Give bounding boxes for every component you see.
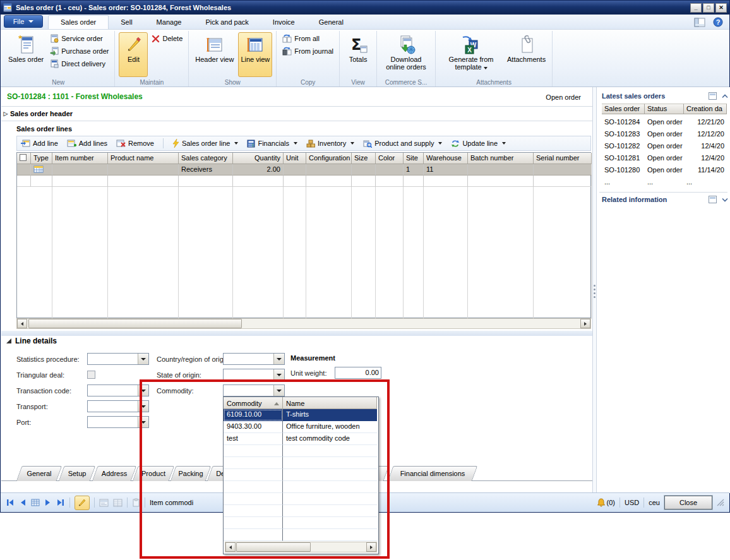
grid-column-header[interactable]: Sales category (179, 153, 233, 164)
line-view-button[interactable]: Line view (238, 32, 272, 77)
tab-manage[interactable]: Manage (145, 15, 194, 29)
lookup-cell[interactable]: test (224, 433, 283, 445)
update-line-menu[interactable]: Update line (451, 140, 506, 148)
tab-address[interactable]: Address (95, 466, 134, 481)
inventory-menu[interactable]: Inventory (306, 140, 354, 148)
service-order-button[interactable]: Service order (48, 33, 111, 44)
tab-setup[interactable]: Setup (61, 466, 93, 481)
purchase-order-button[interactable]: Purchase order (48, 45, 111, 57)
transaction-code-combo[interactable] (87, 384, 149, 396)
lookup-cell[interactable]: 6109.10.00 (224, 409, 283, 421)
lookup-column-header[interactable]: Commodity (224, 397, 283, 409)
lookup-row[interactable]: 6109.10.00T-shirts (224, 409, 378, 421)
dropdown-button[interactable] (138, 354, 148, 364)
grid-cell[interactable] (31, 164, 52, 176)
port-input[interactable] (88, 417, 138, 427)
grid-row-select-cell[interactable] (17, 164, 31, 176)
lookup-cell[interactable]: 9403.30.00 (224, 421, 283, 433)
tab-packing[interactable]: Packing (173, 466, 208, 481)
grid-select-all-cell[interactable] (17, 153, 31, 164)
transport-input[interactable] (88, 401, 138, 412)
grid-row-empty[interactable] (17, 176, 590, 187)
open-in-window-icon[interactable] (709, 92, 717, 100)
triangular-deal-checkbox[interactable] (87, 371, 95, 379)
split-view-button[interactable] (113, 499, 123, 507)
dropdown-button[interactable] (138, 385, 148, 396)
dropdown-button[interactable] (138, 401, 148, 412)
form-view-button[interactable] (99, 499, 109, 507)
grid-horizontal-scrollbar[interactable] (16, 318, 591, 329)
currency-indicator[interactable]: USD (625, 499, 639, 506)
tab-product[interactable]: Product (135, 466, 172, 481)
grid-column-header[interactable]: Site (404, 153, 424, 164)
grid-column-header[interactable]: Unit (284, 153, 306, 164)
grid-column-header[interactable]: Quantity (233, 153, 284, 164)
grid-row[interactable]: Receivers2.00111 (17, 164, 590, 176)
grid-view-button[interactable] (31, 499, 40, 506)
grid-cell[interactable]: 1 (404, 164, 424, 176)
statistics-procedure-combo[interactable] (87, 353, 149, 365)
grid-cell[interactable] (376, 164, 404, 176)
maximize-button[interactable]: □ (703, 3, 714, 13)
transaction-code-input[interactable] (88, 385, 138, 396)
previous-record-button[interactable] (19, 499, 27, 506)
last-record-button[interactable] (56, 499, 65, 506)
lookup-column-header[interactable]: Name (283, 397, 377, 409)
sales-order-header-section[interactable]: ▷ Sales order header (1, 107, 592, 120)
generate-from-template-button[interactable]: WX Generate from template (440, 32, 503, 77)
grid-column-header[interactable]: Size (352, 153, 376, 164)
first-record-button[interactable] (6, 499, 15, 506)
dropdown-button[interactable] (273, 385, 284, 396)
remove-button[interactable]: Remove (116, 140, 154, 147)
minimize-button[interactable]: _ (690, 3, 702, 13)
direct-delivery-button[interactable]: Direct delivery (48, 58, 111, 69)
paste-icon[interactable] (132, 498, 140, 507)
select-all-checkbox[interactable] (20, 154, 27, 161)
state-of-origin-input[interactable] (224, 369, 273, 380)
port-combo[interactable] (87, 416, 149, 428)
vertical-splitter[interactable] (592, 87, 597, 493)
edit-record-button[interactable] (75, 496, 90, 510)
scroll-left-arrow[interactable] (17, 319, 27, 328)
grid-column-header[interactable]: Serial number (534, 153, 592, 164)
add-lines-button[interactable]: Add lines (67, 140, 107, 148)
tab-pick-and-pack[interactable]: Pick and pack (193, 15, 260, 29)
add-line-button[interactable]: Add line (21, 140, 58, 147)
grid-column-header[interactable]: Color (376, 153, 404, 164)
grid-cell[interactable]: 11 (424, 164, 468, 176)
layout-panes-icon[interactable] (694, 18, 705, 27)
next-record-button[interactable] (44, 499, 52, 506)
help-icon[interactable]: ? (713, 17, 723, 27)
company-indicator[interactable]: ceu (649, 499, 660, 506)
tab-invoice[interactable]: Invoice (261, 15, 307, 29)
grid-column-header[interactable]: Batch number (468, 153, 534, 164)
tab-financial-dimensions[interactable]: Financial dimensions (390, 466, 475, 481)
latest-orders-row[interactable]: ......... (602, 176, 727, 188)
dropdown-button[interactable] (273, 369, 284, 380)
dropdown-button[interactable] (273, 354, 284, 364)
grid-cell[interactable] (52, 164, 108, 176)
scroll-right-arrow[interactable] (366, 542, 376, 552)
grid-column-header[interactable]: Configuration (306, 153, 352, 164)
dropdown-button[interactable] (138, 417, 148, 427)
state-of-origin-combo[interactable] (223, 369, 285, 381)
latest-orders-column-header[interactable]: Creation da (684, 104, 727, 114)
lookup-row[interactable]: 9403.30.00Office furniture, wooden (224, 421, 378, 433)
chevron-up-icon[interactable] (722, 94, 728, 98)
grid-column-header[interactable]: Warehouse (424, 153, 468, 164)
country-region-of-origin-combo[interactable] (223, 353, 285, 365)
sales-order-line-menu[interactable]: Sales order line (172, 139, 238, 148)
latest-orders-column-header[interactable]: Status (645, 104, 684, 114)
country-region-of-origin-input[interactable] (224, 354, 273, 364)
grid-cell[interactable] (284, 164, 306, 176)
transport-combo[interactable] (87, 400, 149, 412)
scroll-left-arrow[interactable] (225, 542, 236, 552)
latest-orders-row[interactable]: SO-101281Open order12/4/20 (602, 152, 727, 164)
lookup-horizontal-scrollbar[interactable] (225, 542, 377, 552)
commodity-combo[interactable] (223, 384, 285, 396)
tab-general[interactable]: General (19, 466, 59, 481)
grid-cell[interactable] (468, 164, 534, 176)
grid-cell[interactable] (352, 164, 376, 176)
tab-sales-order[interactable]: Sales order (48, 15, 109, 29)
statistics-procedure-input[interactable] (88, 354, 138, 364)
